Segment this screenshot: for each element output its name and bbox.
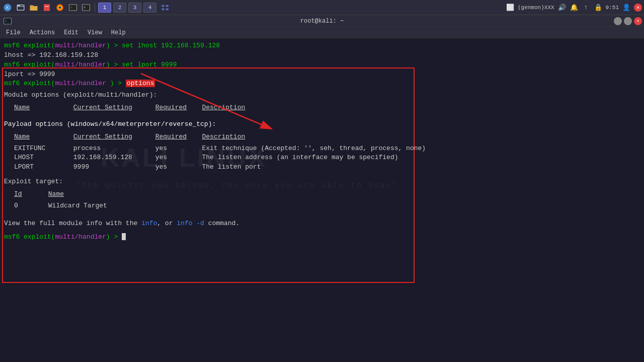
separator-1 — [95, 3, 95, 12]
network-icon[interactable]: ↑ — [582, 3, 591, 12]
terminal2-icon[interactable]: ≡ — [80, 2, 92, 13]
target-row-0: 0 Wildcard Target — [14, 201, 640, 211]
kali-icon[interactable]: K — [2, 2, 13, 13]
table2-header: Name Current Setting Required Descriptio… — [14, 132, 640, 142]
exitfunc-desc: Exit technique (Accepted: '', seh, threa… — [202, 144, 426, 154]
svg-rect-5 — [45, 6, 49, 7]
svg-rect-4 — [44, 4, 50, 11]
archive-icon[interactable] — [41, 2, 52, 13]
volume-icon[interactable]: 🔊 — [557, 3, 567, 12]
menu-edit[interactable]: Edit — [60, 28, 83, 37]
pager-icon[interactable] — [159, 2, 171, 13]
lhost-setting: 192.168.159.128 — [73, 153, 151, 163]
window-title: root@kali: ~ — [300, 18, 344, 25]
cmd-line-1: msf6 exploit(multi/handler) > set lhost … — [4, 41, 640, 51]
final-prompt-module: multi/handler — [55, 233, 106, 241]
workspace-1[interactable]: 1 — [98, 3, 111, 13]
cursor — [122, 233, 126, 240]
footer-text-1: View the full module info with the — [4, 220, 141, 227]
prompt-2-module: multi/handler — [55, 61, 106, 68]
folder-icon[interactable] — [28, 2, 39, 13]
prompt-2-suffix: ) > set lport 9999 — [106, 61, 177, 68]
table-row-lhost: LHOST 192.168.159.128 yes The listen add… — [14, 153, 640, 163]
cmd-line-3: msf6 exploit(multi/handler ) > options — [4, 79, 640, 89]
svg-rect-3 — [17, 5, 20, 6]
col2-setting: Current Setting — [73, 132, 151, 142]
menu-view[interactable]: View — [84, 28, 106, 37]
final-prompt: msf6 exploit(multi/handler) > — [4, 233, 640, 242]
maximize-button[interactable] — [624, 17, 632, 25]
win-controls: ✕ — [614, 17, 642, 25]
footer-text-2: , or — [157, 220, 177, 227]
menu-help[interactable]: Help — [107, 28, 130, 37]
target-table-header: Id Name — [14, 190, 640, 199]
lhost-desc: The listen address (an interface may be … — [202, 153, 398, 163]
col2-required: Required — [155, 132, 198, 142]
col1-name: Name — [14, 103, 69, 113]
taskbar-right: ⬜ (genmon)XXX 🔊 🔔 ↑ 🔒 9:51 👤 ✕ — [506, 3, 642, 12]
table-row-exitfunc: EXITFUNC process yes Exit technique (Acc… — [14, 144, 640, 154]
target-col-name: Name — [48, 190, 64, 198]
prompt-1-module: multi/handler — [55, 42, 106, 49]
lport-desc: The listen port — [202, 163, 261, 172]
table1-empty — [4, 113, 640, 118]
prompt-3-module: multi/handler — [55, 80, 106, 87]
lhost-name: LHOST — [14, 153, 69, 163]
svg-rect-16 — [166, 8, 169, 10]
table1-header: Name Current Setting Required Descriptio… — [14, 103, 640, 113]
out2-text: lport => 9999 — [4, 70, 55, 78]
menubar: File Actions Edit View Help — [0, 27, 644, 38]
svg-point-8 — [59, 6, 61, 9]
prompt-2-prefix: msf6 exploit( — [4, 61, 55, 68]
target-name: Wildcard Target — [48, 202, 107, 209]
exploit-target-header: Exploit target: — [4, 178, 63, 185]
terminal[interactable]: KALI LINUX "the quieter you become, the … — [0, 38, 644, 362]
taskbar: K >_ ≡ — [0, 0, 644, 15]
menu-actions[interactable]: Actions — [26, 28, 59, 37]
exitfunc-setting: process — [73, 144, 151, 154]
col1-required: Required — [155, 103, 198, 113]
workspace-3[interactable]: 3 — [128, 3, 141, 13]
footer-line: View the full module info with the info,… — [4, 219, 640, 229]
user-icon[interactable]: 👤 — [622, 3, 631, 12]
prompt-3-gt: ) > — [106, 80, 126, 87]
table-row-lport: LPORT 9999 yes The listen port — [14, 163, 640, 172]
exitfunc-req: yes — [155, 144, 198, 154]
payload-options-header: Payload options (windows/x64/meterpreter… — [4, 120, 640, 129]
col1-setting: Current Setting — [73, 103, 151, 113]
lport-name: LPORT — [14, 163, 69, 172]
svg-rect-14 — [166, 5, 169, 7]
svg-text:K: K — [6, 6, 9, 10]
workspace-2[interactable]: 2 — [113, 3, 126, 13]
minimize-button[interactable] — [614, 17, 622, 25]
svg-text:≡: ≡ — [84, 6, 86, 10]
exitfunc-name: EXITFUNC — [14, 144, 69, 154]
notify-icon[interactable]: 🔔 — [570, 3, 579, 12]
close-button[interactable]: ✕ — [634, 4, 642, 12]
files-icon[interactable] — [15, 2, 26, 13]
col2-name: Name — [14, 132, 69, 142]
out-line-2: lport => 9999 — [4, 70, 640, 80]
footer-info-2: info -d — [177, 220, 204, 227]
out-line-1: lhost => 192.168.159.128 — [4, 51, 640, 60]
lhost-req: yes — [155, 153, 198, 163]
workspace-4[interactable]: 4 — [143, 3, 156, 13]
terminal-title-icon[interactable]: >_ — [2, 16, 13, 27]
module-options-header: Module options (exploit/multi/handler): — [4, 91, 640, 100]
exploit-target-section: Exploit target: — [4, 177, 640, 187]
out1-text: lhost => 192.168.159.128 — [4, 51, 98, 59]
display-icon[interactable]: ⬜ — [506, 3, 515, 12]
footer-info-1: info — [141, 220, 157, 227]
options-command: options — [126, 80, 155, 87]
firefox-icon[interactable] — [54, 2, 65, 13]
terminal-icon[interactable]: >_ — [67, 2, 78, 13]
lock-icon[interactable]: 🔒 — [594, 3, 603, 12]
col2-desc: Description — [202, 132, 245, 142]
close-window-button[interactable]: ✕ — [634, 17, 642, 25]
prompt-3-prefix: msf6 exploit( — [4, 80, 55, 87]
prompt-1-suffix: ) > set lhost 192.168.159.128 — [106, 42, 220, 49]
svg-rect-13 — [162, 5, 164, 7]
prompt-1-prefix: msf6 exploit( — [4, 42, 55, 49]
menu-file[interactable]: File — [2, 28, 25, 37]
cmd-line-2: msf6 exploit(multi/handler) > set lport … — [4, 60, 640, 70]
